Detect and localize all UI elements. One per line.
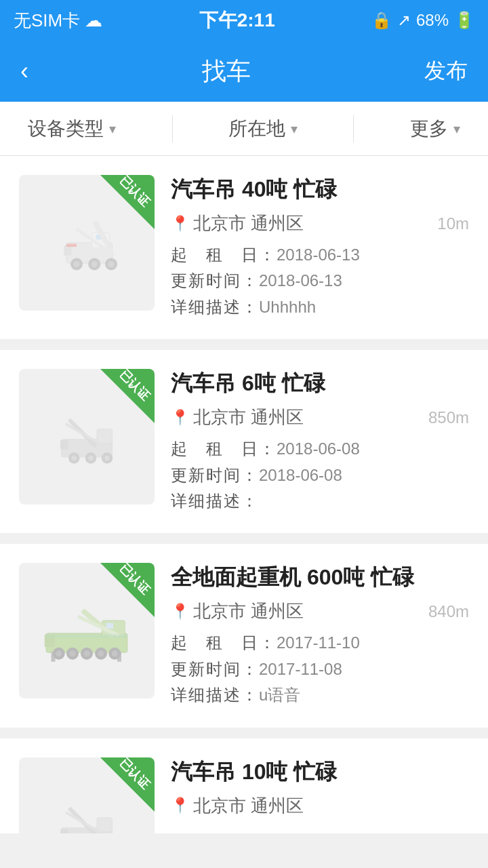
location-row: 📍北京市 通州区840m	[171, 599, 469, 623]
filter-location[interactable]: 所在地 ▾	[228, 116, 298, 142]
verified-badge: 已认证	[100, 175, 155, 229]
description-value: u语音	[259, 686, 300, 704]
card-info: 汽车吊 6吨 忙碌📍北京市 通州区850m 起 租 日：2018-06-08 更…	[171, 369, 469, 514]
card-meta: 起 租 日：2017-11-10 更新时间：2017-11-08 详细描述：u语…	[171, 630, 469, 708]
battery-text: 68%	[416, 11, 449, 30]
card-location: 📍北京市 通州区	[171, 212, 304, 235]
status-time: 下午2:11	[199, 7, 275, 33]
filter-equipment-label: 设备类型	[28, 116, 104, 142]
status-bar: 无SIM卡 ☁ 下午2:11 🔒 ↗ 68% 🔋	[0, 0, 488, 41]
svg-point-36	[84, 651, 90, 657]
card-title: 汽车吊 6吨 忙碌	[171, 369, 469, 399]
card-distance: 840m	[428, 602, 469, 621]
verified-badge: 已认证	[100, 369, 155, 423]
location-row: 📍北京市 通州区850m	[171, 406, 469, 429]
update-time-label: 更新时间：	[171, 660, 259, 678]
svg-point-18	[72, 456, 77, 461]
card-info: 汽车吊 10吨 忙碌📍北京市 通州区	[171, 757, 469, 818]
start-date-row: 起 租 日：2018-06-13	[171, 242, 469, 268]
card-location: 📍北京市 通州区	[171, 406, 304, 429]
filter-location-label: 所在地	[228, 116, 285, 142]
vehicle-image: 已认证	[19, 369, 155, 505]
start-date-value: 2018-06-08	[277, 439, 360, 458]
location-text: 北京市 通州区	[193, 794, 304, 818]
verified-label: 已认证	[116, 757, 153, 793]
card-info: 全地面起重机 600吨 忙碌📍北京市 通州区840m 起 租 日：2017-11…	[171, 563, 469, 708]
description-value: Uhhhhh	[259, 298, 316, 316]
vehicle-image: 已认证	[19, 175, 155, 311]
svg-rect-42	[46, 635, 127, 638]
svg-rect-12	[66, 244, 77, 248]
card-title: 汽车吊 10吨 忙碌	[171, 757, 469, 787]
pin-icon: 📍	[171, 215, 189, 233]
svg-rect-14	[97, 429, 113, 443]
update-time-row: 更新时间：2018-06-08	[171, 462, 469, 488]
chevron-down-icon: ▾	[109, 121, 116, 137]
description-row: 详细描述：	[171, 488, 469, 514]
svg-point-34	[70, 651, 76, 657]
card-location: 📍北京市 通州区	[171, 599, 304, 623]
listing-list: 已认证汽车吊 40吨 忙碌📍北京市 通州区10m 起 租 日：2018-06-1…	[0, 156, 488, 833]
start-date-value: 2017-11-10	[277, 633, 360, 652]
verified-label: 已认证	[116, 563, 153, 598]
chevron-down-icon-2: ▾	[291, 121, 298, 137]
card-distance: 850m	[428, 408, 469, 427]
card-distance: 10m	[437, 214, 469, 233]
description-row: 详细描述：u语音	[171, 682, 469, 708]
verified-label: 已认证	[116, 175, 153, 210]
verified-label: 已认证	[116, 369, 153, 404]
chevron-down-icon-3: ▾	[453, 121, 460, 137]
status-left: 无SIM卡 ☁	[14, 9, 102, 33]
sim-status: 无SIM卡 ☁	[14, 9, 102, 33]
back-button[interactable]: ‹	[20, 57, 28, 85]
vehicle-image: 已认证	[19, 563, 155, 698]
start-date-value: 2018-06-13	[277, 245, 360, 264]
description-label: 详细描述：	[171, 492, 259, 510]
battery-icon: 🔋	[454, 11, 474, 30]
card-title: 汽车吊 40吨 忙碌	[171, 175, 469, 205]
location-text: 北京市 通州区	[193, 599, 304, 623]
page-title: 找车	[202, 55, 251, 88]
svg-point-40	[112, 651, 118, 657]
verified-badge: 已认证	[100, 563, 155, 617]
svg-point-6	[74, 261, 80, 267]
card-meta: 起 租 日：2018-06-08 更新时间：2018-06-08 详细描述：	[171, 436, 469, 514]
description-label: 详细描述：	[171, 298, 259, 316]
update-time-value: 2018-06-08	[259, 466, 342, 484]
list-item[interactable]: 已认证汽车吊 10吨 忙碌📍北京市 通州区	[0, 738, 488, 833]
card-title: 全地面起重机 600吨 忙碌	[171, 563, 469, 593]
filter-equipment-type[interactable]: 设备类型 ▾	[28, 116, 116, 142]
svg-rect-53	[60, 829, 68, 833]
description-label: 详细描述：	[171, 686, 259, 704]
pin-icon: 📍	[171, 409, 189, 427]
nav-bar: ‹ 找车 发布	[0, 41, 488, 102]
card-info: 汽车吊 40吨 忙碌📍北京市 通州区10m 起 租 日：2018-06-13 更…	[171, 175, 469, 320]
list-item[interactable]: 已认证汽车吊 40吨 忙碌📍北京市 通州区10m 起 租 日：2018-06-1…	[0, 156, 488, 339]
vehicle-image: 已认证	[19, 757, 155, 833]
svg-point-10	[108, 261, 115, 267]
svg-point-38	[98, 651, 104, 657]
update-time-row: 更新时间：2017-11-08	[171, 656, 469, 682]
start-date-label: 起 租 日：	[171, 245, 277, 264]
filter-divider-2	[353, 115, 354, 142]
location-icon: ↗	[397, 11, 411, 30]
update-time-value: 2017-11-08	[259, 660, 342, 678]
pin-icon: 📍	[171, 603, 189, 620]
list-item[interactable]: 已认证全地面起重机 600吨 忙碌📍北京市 通州区840m 起 租 日：2017…	[0, 544, 488, 727]
location-text: 北京市 通州区	[193, 406, 304, 429]
update-time-row: 更新时间：2018-06-13	[171, 268, 469, 294]
update-time-label: 更新时间：	[171, 271, 259, 290]
svg-point-22	[104, 456, 110, 461]
svg-point-8	[92, 261, 98, 267]
list-item[interactable]: 已认证汽车吊 6吨 忙碌📍北京市 通州区850m 起 租 日：2018-06-0…	[0, 350, 488, 533]
svg-point-32	[56, 651, 62, 657]
update-time-label: 更新时间：	[171, 466, 259, 484]
start-date-label: 起 租 日：	[171, 439, 277, 458]
filter-bar: 设备类型 ▾ 所在地 ▾ 更多 ▾	[0, 102, 488, 156]
filter-more[interactable]: 更多 ▾	[410, 116, 460, 142]
update-time-value: 2018-06-13	[259, 271, 342, 290]
svg-rect-23	[60, 440, 68, 450]
filter-divider-1	[172, 115, 173, 142]
pin-icon: 📍	[171, 797, 189, 814]
publish-button[interactable]: 发布	[424, 56, 468, 86]
